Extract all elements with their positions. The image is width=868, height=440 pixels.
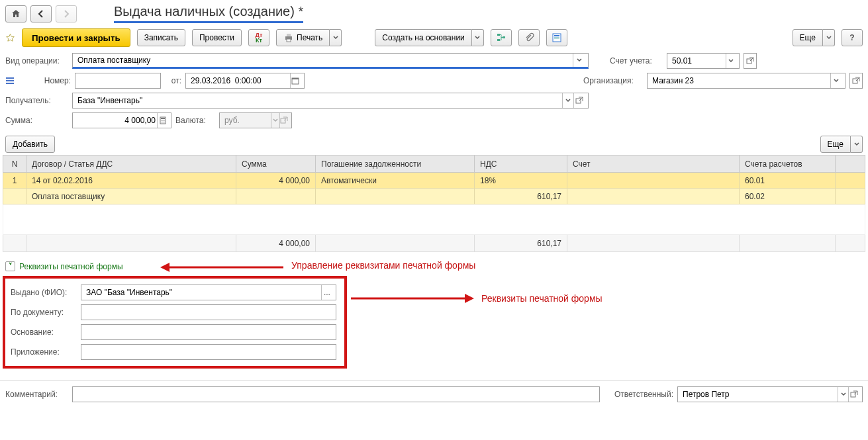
chevron-down-icon[interactable] xyxy=(573,54,585,67)
chevron-down-icon xyxy=(826,35,832,40)
currency-field xyxy=(219,112,292,128)
svg-point-21 xyxy=(162,120,163,120)
printer-icon xyxy=(283,32,294,43)
ellipsis-icon[interactable]: ... xyxy=(321,285,332,300)
currency-label: Валюта: xyxy=(175,116,215,125)
group-toggle[interactable]: ˅ xyxy=(5,261,15,271)
attach-button[interactable] xyxy=(518,29,540,46)
col-acc[interactable]: Счет xyxy=(567,155,740,173)
arrow-left-icon xyxy=(36,9,46,19)
print-dropdown[interactable]: Печать xyxy=(276,29,342,46)
nav-back-button[interactable] xyxy=(30,5,52,22)
comment-label: Комментарий: xyxy=(5,390,68,399)
related-button[interactable] xyxy=(491,29,512,46)
table-row[interactable]: Оплата поставщику 610,17 60.02 xyxy=(3,189,865,204)
resp-label: Ответственный: xyxy=(604,390,673,399)
annotation-text-2: Реквизиты печатной формы xyxy=(481,293,603,304)
svg-rect-4 xyxy=(497,39,500,41)
save-button[interactable]: Записать xyxy=(137,29,185,46)
comment-field[interactable] xyxy=(72,386,600,402)
date-field[interactable] xyxy=(185,73,305,89)
svg-marker-30 xyxy=(465,294,474,303)
paperclip-icon xyxy=(524,32,534,43)
op-type-label: Вид операции: xyxy=(5,56,68,66)
svg-rect-16 xyxy=(853,79,857,83)
annex-field[interactable] xyxy=(81,344,336,360)
open-icon[interactable] xyxy=(744,53,757,69)
svg-rect-26 xyxy=(281,118,285,123)
report-icon xyxy=(552,32,562,43)
payments-table[interactable]: N Договор / Статья ДДС Сумма Погашение з… xyxy=(3,155,865,252)
svg-rect-5 xyxy=(503,36,505,38)
svg-rect-13 xyxy=(6,83,14,84)
col-settle[interactable]: Счета расчетов xyxy=(740,155,836,173)
svg-rect-31 xyxy=(851,392,855,397)
chevron-down-icon xyxy=(475,35,480,40)
annotation-arrow-2 xyxy=(350,291,475,306)
col-sum[interactable]: Сумма xyxy=(236,155,316,173)
sum-field[interactable] xyxy=(72,112,171,128)
svg-point-22 xyxy=(164,120,164,120)
doc-field[interactable] xyxy=(81,304,336,320)
op-type-field[interactable] xyxy=(72,53,589,69)
add-row-button[interactable]: Добавить xyxy=(5,136,55,153)
calendar-icon[interactable] xyxy=(290,73,301,88)
svg-point-25 xyxy=(164,122,164,122)
table-totals: 4 000,00 610,17 xyxy=(3,235,865,252)
svg-point-20 xyxy=(161,120,162,120)
chevron-down-icon[interactable] xyxy=(726,54,736,68)
table-more-dropdown[interactable]: Еще xyxy=(820,136,863,153)
chevron-down-icon[interactable] xyxy=(830,73,842,88)
tree-icon xyxy=(496,32,506,43)
help-button[interactable]: ? xyxy=(842,29,863,46)
chevron-down-icon xyxy=(271,113,279,128)
col-repay[interactable]: Погашение задолженности xyxy=(316,155,475,173)
submit-close-button[interactable]: Провести и закрыть xyxy=(22,28,130,47)
more-dropdown[interactable]: Еще xyxy=(793,29,835,46)
basis-field[interactable] xyxy=(81,324,336,340)
home-button[interactable] xyxy=(5,5,26,22)
account-field[interactable] xyxy=(667,53,740,69)
issued-label: Выдано (ФИО): xyxy=(11,288,77,297)
col-contract[interactable]: Договор / Статья ДДС xyxy=(26,155,236,173)
dtkt-button[interactable]: ДтКт xyxy=(248,29,269,46)
post-button[interactable]: Провести xyxy=(192,29,242,46)
resp-field[interactable] xyxy=(677,386,863,402)
svg-rect-8 xyxy=(554,37,559,38)
col-extra xyxy=(836,155,865,173)
org-field[interactable] xyxy=(647,73,845,89)
create-based-label: Создать на основании xyxy=(382,33,465,42)
annex-label: Приложение: xyxy=(11,347,77,357)
chevron-down-icon[interactable] xyxy=(838,387,848,402)
favorite-star-icon[interactable] xyxy=(5,33,15,43)
svg-rect-15 xyxy=(292,78,299,79)
open-icon[interactable] xyxy=(573,93,585,108)
account-label: Счет учета: xyxy=(610,56,663,66)
report-button[interactable] xyxy=(546,29,567,46)
print-form-group-title[interactable]: Реквизиты печатной формы xyxy=(19,262,123,271)
svg-point-23 xyxy=(161,122,162,122)
open-icon[interactable] xyxy=(848,387,859,402)
issued-field[interactable]: ... xyxy=(81,285,336,300)
open-icon[interactable] xyxy=(849,73,863,89)
svg-rect-1 xyxy=(287,34,291,36)
svg-rect-12 xyxy=(6,80,14,81)
svg-rect-7 xyxy=(554,35,559,36)
col-vat[interactable]: НДС xyxy=(475,155,567,173)
payee-field[interactable] xyxy=(72,93,589,109)
svg-marker-28 xyxy=(160,263,169,272)
calculator-icon[interactable] xyxy=(157,113,168,128)
basis-label: Основание: xyxy=(11,328,77,337)
table-row[interactable]: 1 14 от 02.02.2016 4 000,00 Автоматическ… xyxy=(3,173,865,189)
sum-label: Сумма: xyxy=(5,116,68,125)
svg-rect-3 xyxy=(497,34,500,36)
page-title: Выдача наличных (создание) * xyxy=(114,4,303,23)
annotation-text-1: Управление реквизитами печатной формы xyxy=(291,260,475,271)
number-field[interactable] xyxy=(75,73,161,89)
print-label: Печать xyxy=(297,33,322,42)
col-n[interactable]: N xyxy=(3,155,26,173)
create-based-dropdown[interactable]: Создать на основании xyxy=(375,29,484,46)
svg-rect-17 xyxy=(576,99,581,103)
list-icon xyxy=(5,76,17,85)
chevron-down-icon[interactable] xyxy=(562,93,573,108)
